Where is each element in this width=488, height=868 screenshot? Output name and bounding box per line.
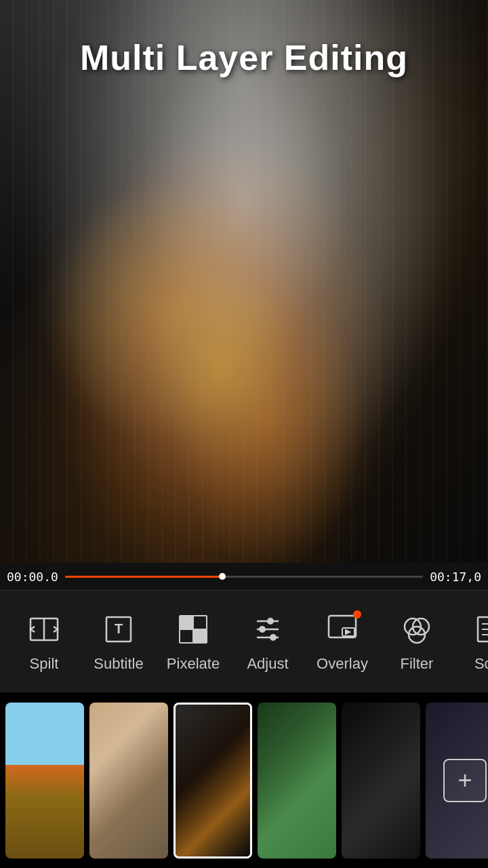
split-icon — [25, 610, 63, 648]
svg-rect-5 — [193, 616, 207, 629]
toolbar: Spilt T Subtitle Pixelate — [0, 590, 488, 692]
thumbnail-strip: + — [0, 692, 488, 868]
svg-point-11 — [268, 618, 273, 624]
tool-adjust[interactable]: Adjust — [230, 604, 305, 679]
svg-rect-6 — [180, 629, 193, 643]
svg-point-12 — [260, 627, 265, 632]
tool-spilt[interactable]: Spilt — [7, 604, 81, 679]
add-media-button[interactable]: + — [443, 759, 487, 802]
tool-overlay-label: Overlay — [317, 655, 368, 673]
video-title: Multi Layer Editing — [0, 37, 488, 78]
portrait-overlay — [0, 0, 488, 563]
tool-pixelate-label: Pixelate — [167, 655, 220, 673]
tool-filter-label: Filter — [401, 655, 434, 673]
tool-filter[interactable]: Filter — [380, 604, 454, 679]
svg-point-13 — [270, 635, 276, 640]
adjust-icon — [249, 610, 287, 648]
thumbnail-2[interactable] — [89, 703, 168, 859]
timeline-handle[interactable] — [219, 573, 226, 580]
time-end: 00:17,0 — [430, 570, 481, 584]
plus-icon: + — [458, 768, 472, 793]
tool-subtitle-label: Subtitle — [94, 655, 143, 673]
tool-scroll-label: Scr... — [474, 655, 488, 673]
tool-spilt-label: Spilt — [30, 655, 59, 673]
thumbnail-5[interactable] — [342, 703, 420, 859]
tool-adjust-label: Adjust — [247, 655, 288, 673]
overlay-notification-dot — [353, 610, 361, 618]
tool-subtitle[interactable]: T Subtitle — [81, 604, 156, 679]
svg-rect-4 — [180, 616, 193, 629]
thumbnail-1[interactable] — [5, 703, 84, 859]
time-start: 00:00.0 — [7, 570, 58, 584]
subtitle-icon: T — [100, 610, 138, 648]
svg-marker-16 — [346, 630, 350, 634]
overlay-icon — [323, 610, 361, 648]
thumbnail-add[interactable]: + — [426, 703, 488, 859]
svg-rect-7 — [193, 629, 207, 643]
pixelate-icon — [174, 610, 212, 648]
thumbnail-3[interactable] — [174, 703, 252, 859]
tool-overlay[interactable]: Overlay — [305, 604, 380, 679]
timeline-bar[interactable]: 00:00.0 00:17,0 — [0, 563, 488, 590]
thumbnail-4[interactable] — [258, 703, 336, 859]
filter-icon — [398, 610, 436, 648]
svg-text:T: T — [115, 621, 123, 636]
timeline-progress — [65, 576, 222, 578]
scroll-icon — [472, 610, 488, 648]
tool-pixelate[interactable]: Pixelate — [156, 604, 230, 679]
tool-scroll[interactable]: Scr... — [454, 604, 488, 679]
video-preview: Multi Layer Editing — [0, 0, 488, 563]
timeline-track[interactable] — [65, 576, 423, 578]
